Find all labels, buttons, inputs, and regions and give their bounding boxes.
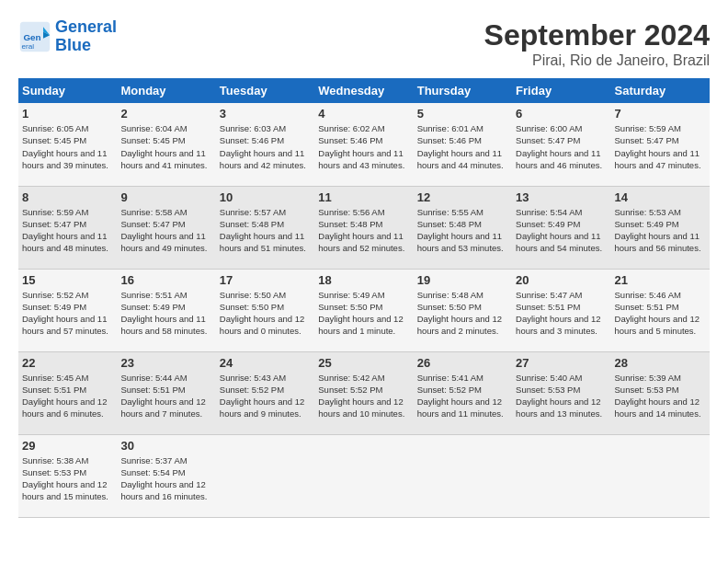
title-block: September 2024 Pirai, Rio de Janeiro, Br…: [484, 18, 710, 69]
day-number: 9: [120, 190, 211, 204]
calendar-week-3: 15 Sunrise: 5:52 AM Sunset: 5:49 PM Dayl…: [18, 269, 710, 351]
col-header-wednesday: Wednesday: [314, 78, 413, 103]
day-number: 19: [417, 273, 508, 287]
logo-text: General Blue: [55, 18, 117, 55]
calendar-cell: 9 Sunrise: 5:58 AM Sunset: 5:47 PM Dayli…: [117, 186, 215, 269]
calendar-cell: 26 Sunrise: 5:41 AM Sunset: 5:52 PM Dayl…: [414, 351, 512, 434]
calendar-cell: 13 Sunrise: 5:54 AM Sunset: 5:49 PM Dayl…: [512, 186, 610, 269]
calendar-cell: [314, 434, 413, 517]
day-info: Sunrise: 6:05 AM Sunset: 5:45 PM Dayligh…: [22, 122, 113, 171]
day-info: Sunrise: 6:00 AM Sunset: 5:47 PM Dayligh…: [516, 122, 607, 171]
calendar-cell: 11 Sunrise: 5:56 AM Sunset: 5:48 PM Dayl…: [314, 186, 413, 269]
day-info: Sunrise: 5:55 AM Sunset: 5:48 PM Dayligh…: [417, 206, 508, 255]
calendar-cell: 20 Sunrise: 5:47 AM Sunset: 5:51 PM Dayl…: [512, 269, 610, 351]
day-number: 10: [220, 190, 311, 204]
calendar-cell: 8 Sunrise: 5:59 AM Sunset: 5:47 PM Dayli…: [18, 186, 117, 269]
day-number: 27: [516, 356, 607, 370]
day-number: 17: [220, 273, 311, 287]
day-number: 13: [516, 190, 607, 204]
day-number: 20: [516, 273, 607, 287]
calendar-cell: [216, 434, 314, 517]
day-info: Sunrise: 5:59 AM Sunset: 5:47 PM Dayligh…: [615, 122, 706, 171]
col-header-sunday: Sunday: [18, 78, 117, 103]
col-header-saturday: Saturday: [611, 78, 710, 103]
day-info: Sunrise: 5:58 AM Sunset: 5:47 PM Dayligh…: [120, 206, 211, 255]
calendar-cell: 14 Sunrise: 5:53 AM Sunset: 5:49 PM Dayl…: [611, 186, 710, 269]
calendar-cell: 7 Sunrise: 5:59 AM Sunset: 5:47 PM Dayli…: [611, 103, 710, 186]
day-info: Sunrise: 5:48 AM Sunset: 5:50 PM Dayligh…: [417, 289, 508, 338]
calendar-cell: 18 Sunrise: 5:49 AM Sunset: 5:50 PM Dayl…: [314, 269, 413, 351]
day-number: 12: [417, 190, 508, 204]
day-number: 4: [318, 107, 409, 121]
day-info: Sunrise: 5:50 AM Sunset: 5:50 PM Dayligh…: [220, 289, 311, 338]
location: Pirai, Rio de Janeiro, Brazil: [484, 52, 710, 69]
day-info: Sunrise: 5:44 AM Sunset: 5:51 PM Dayligh…: [120, 372, 211, 420]
calendar-cell: 1 Sunrise: 6:05 AM Sunset: 5:45 PM Dayli…: [18, 103, 117, 186]
calendar-body: 1 Sunrise: 6:05 AM Sunset: 5:45 PM Dayli…: [18, 103, 710, 517]
day-info: Sunrise: 5:56 AM Sunset: 5:48 PM Dayligh…: [318, 206, 409, 255]
day-info: Sunrise: 5:52 AM Sunset: 5:49 PM Dayligh…: [22, 289, 113, 338]
day-number: 29: [22, 439, 113, 453]
calendar-cell: 21 Sunrise: 5:46 AM Sunset: 5:51 PM Dayl…: [611, 269, 710, 351]
day-number: 28: [615, 356, 706, 370]
day-number: 2: [120, 107, 211, 121]
calendar-cell: 15 Sunrise: 5:52 AM Sunset: 5:49 PM Dayl…: [18, 269, 117, 351]
day-info: Sunrise: 5:45 AM Sunset: 5:51 PM Dayligh…: [22, 372, 113, 420]
calendar-cell: 28 Sunrise: 5:39 AM Sunset: 5:53 PM Dayl…: [611, 351, 710, 434]
calendar-cell: 16 Sunrise: 5:51 AM Sunset: 5:49 PM Dayl…: [117, 269, 215, 351]
day-info: Sunrise: 5:43 AM Sunset: 5:52 PM Dayligh…: [220, 372, 311, 420]
calendar-cell: 25 Sunrise: 5:42 AM Sunset: 5:52 PM Dayl…: [314, 351, 413, 434]
calendar-cell: 10 Sunrise: 5:57 AM Sunset: 5:48 PM Dayl…: [216, 186, 314, 269]
day-info: Sunrise: 5:39 AM Sunset: 5:53 PM Dayligh…: [615, 372, 706, 420]
svg-text:eral: eral: [22, 41, 35, 50]
day-info: Sunrise: 6:01 AM Sunset: 5:46 PM Dayligh…: [417, 122, 508, 171]
day-number: 7: [615, 107, 706, 121]
day-info: Sunrise: 6:02 AM Sunset: 5:46 PM Dayligh…: [318, 122, 409, 171]
day-info: Sunrise: 6:04 AM Sunset: 5:45 PM Dayligh…: [120, 122, 211, 171]
calendar-cell: 27 Sunrise: 5:40 AM Sunset: 5:53 PM Dayl…: [512, 351, 610, 434]
calendar-cell: 12 Sunrise: 5:55 AM Sunset: 5:48 PM Dayl…: [414, 186, 512, 269]
day-number: 26: [417, 356, 508, 370]
calendar-cell: 2 Sunrise: 6:04 AM Sunset: 5:45 PM Dayli…: [117, 103, 215, 186]
day-number: 30: [120, 439, 211, 453]
calendar-week-1: 1 Sunrise: 6:05 AM Sunset: 5:45 PM Dayli…: [18, 103, 710, 186]
calendar-cell: 6 Sunrise: 6:00 AM Sunset: 5:47 PM Dayli…: [512, 103, 610, 186]
day-number: 23: [120, 356, 211, 370]
day-number: 5: [417, 107, 508, 121]
day-info: Sunrise: 5:53 AM Sunset: 5:49 PM Dayligh…: [615, 206, 706, 255]
day-number: 24: [220, 356, 311, 370]
day-number: 18: [318, 273, 409, 287]
day-number: 11: [318, 190, 409, 204]
day-info: Sunrise: 5:47 AM Sunset: 5:51 PM Dayligh…: [516, 289, 607, 338]
col-header-monday: Monday: [117, 78, 215, 103]
day-number: 16: [120, 273, 211, 287]
page-header: Gen eral General Blue September 2024 Pir…: [18, 18, 710, 69]
day-info: Sunrise: 5:38 AM Sunset: 5:53 PM Dayligh…: [22, 454, 113, 503]
calendar-table: SundayMondayTuesdayWednesdayThursdayFrid…: [18, 78, 710, 518]
calendar-header: SundayMondayTuesdayWednesdayThursdayFrid…: [18, 78, 710, 103]
day-info: Sunrise: 5:54 AM Sunset: 5:49 PM Dayligh…: [516, 206, 607, 255]
month-title: September 2024: [484, 18, 710, 52]
day-number: 1: [22, 107, 113, 121]
calendar-cell: 22 Sunrise: 5:45 AM Sunset: 5:51 PM Dayl…: [18, 351, 117, 434]
calendar-cell: 4 Sunrise: 6:02 AM Sunset: 5:46 PM Dayli…: [314, 103, 413, 186]
calendar-cell: 30 Sunrise: 5:37 AM Sunset: 5:54 PM Dayl…: [117, 434, 215, 517]
calendar-cell: [414, 434, 512, 517]
logo: Gen eral General Blue: [18, 18, 117, 55]
calendar-week-2: 8 Sunrise: 5:59 AM Sunset: 5:47 PM Dayli…: [18, 186, 710, 269]
day-number: 25: [318, 356, 409, 370]
day-info: Sunrise: 5:49 AM Sunset: 5:50 PM Dayligh…: [318, 289, 409, 338]
col-header-thursday: Thursday: [414, 78, 512, 103]
col-header-tuesday: Tuesday: [216, 78, 314, 103]
day-number: 21: [615, 273, 706, 287]
day-info: Sunrise: 5:37 AM Sunset: 5:54 PM Dayligh…: [120, 454, 211, 503]
calendar-cell: [512, 434, 610, 517]
calendar-cell: 17 Sunrise: 5:50 AM Sunset: 5:50 PM Dayl…: [216, 269, 314, 351]
day-info: Sunrise: 5:42 AM Sunset: 5:52 PM Dayligh…: [318, 372, 409, 420]
day-info: Sunrise: 5:46 AM Sunset: 5:51 PM Dayligh…: [615, 289, 706, 338]
svg-text:Gen: Gen: [23, 31, 40, 41]
day-info: Sunrise: 5:51 AM Sunset: 5:49 PM Dayligh…: [120, 289, 211, 338]
calendar-week-4: 22 Sunrise: 5:45 AM Sunset: 5:51 PM Dayl…: [18, 351, 710, 434]
calendar-cell: 19 Sunrise: 5:48 AM Sunset: 5:50 PM Dayl…: [414, 269, 512, 351]
day-info: Sunrise: 5:40 AM Sunset: 5:53 PM Dayligh…: [516, 372, 607, 420]
